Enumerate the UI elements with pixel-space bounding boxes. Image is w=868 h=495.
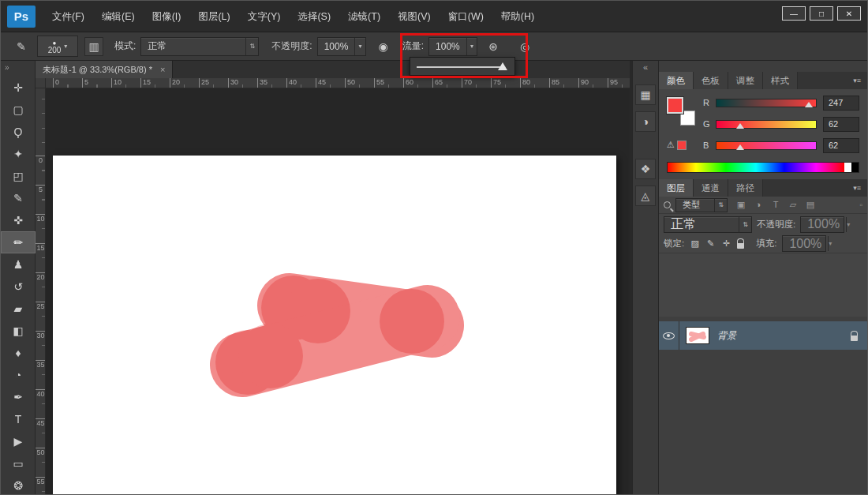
spectrum-ramp[interactable] [668, 163, 844, 172]
brush-tool[interactable]: ✏ [1, 231, 36, 253]
airbrush-icon[interactable]: ⊛ [484, 37, 503, 56]
blend-mode-select[interactable]: 正常 ⇅ [140, 37, 259, 56]
tab-paths[interactable]: 路径 [728, 179, 763, 197]
path-selection-tool[interactable]: ▶ [1, 430, 36, 452]
layer-filter-icons: ▣◑T▱▤ [735, 200, 816, 210]
lock-image-pixels-icon[interactable]: ✎ [705, 238, 716, 249]
panel-menu-icon[interactable]: ▾≡ [847, 179, 867, 197]
red-slider-thumb[interactable] [805, 102, 813, 107]
tab-close-icon[interactable]: × [160, 65, 165, 74]
blue-slider-thumb[interactable] [736, 144, 744, 150]
menu-item-view[interactable]: 视图(V) [389, 1, 440, 32]
toolbox-collapse-arrows-icon[interactable]: » [1, 61, 35, 77]
menu-item-image[interactable]: 图像(I) [144, 1, 190, 32]
tab-channels[interactable]: 通道 [694, 179, 728, 197]
dodge-tool[interactable]: ◔ [1, 364, 36, 386]
rectangle-tool[interactable]: ▭ [1, 452, 36, 474]
lock-position-icon[interactable]: ✛ [721, 238, 731, 249]
lock-transparent-pixels-icon[interactable]: ▨ [690, 238, 700, 249]
dock-icon-list: ▦◑❖◬ [635, 78, 656, 206]
menu-items: 文件(F)编辑(E)图像(I)图层(L)文字(Y)选择(S)滤镜(T)视图(V)… [43, 1, 543, 32]
healing-brush-tool[interactable]: ✜ [1, 209, 36, 231]
pen-tool[interactable]: ✒ [1, 386, 36, 408]
tab-color[interactable]: 颜色 [659, 72, 694, 89]
pressure-size-icon[interactable]: ◎ [515, 37, 534, 56]
history-brush-tool[interactable]: ↺ [1, 276, 36, 298]
pressure-opacity-icon[interactable]: ◉ [374, 37, 393, 56]
layer-filter-toggle[interactable]: ▫ [859, 201, 862, 209]
layer-filter-select[interactable]: 类型 ⇅ [675, 198, 728, 212]
lock-all-icon[interactable] [737, 243, 744, 249]
close-button[interactable]: ✕ [837, 6, 861, 21]
menu-item-filter[interactable]: 滤镜(T) [339, 1, 389, 32]
red-value-field[interactable]: 247 [823, 96, 859, 111]
dock-collapse-arrows-icon[interactable]: « [643, 61, 648, 78]
flow-select[interactable]: 100% ▾ [428, 37, 477, 56]
flow-slider-track[interactable] [417, 66, 502, 68]
layer-thumbnail[interactable] [686, 327, 709, 344]
menu-item-file[interactable]: 文件(F) [43, 1, 93, 32]
document-tab[interactable]: 未标题-1 @ 33.3%(RGB/8) * × [36, 61, 173, 78]
masks-panel-icon[interactable]: ◑ [635, 111, 656, 132]
gamut-warning-icon[interactable]: ⚠ [667, 140, 675, 150]
character-panel-icon[interactable]: ◬ [635, 186, 656, 206]
green-slider[interactable] [716, 120, 817, 129]
brush-preset-picker[interactable]: ● 200 ▾ [37, 36, 78, 57]
tab-layers[interactable]: 图层 [659, 179, 694, 197]
canvas[interactable] [53, 156, 616, 495]
move-tool[interactable]: ✛ [1, 77, 36, 99]
layer-row-background[interactable]: 背景 [659, 321, 867, 350]
gradient-tool[interactable]: ◧ [1, 320, 36, 342]
layer-lock-row: 锁定: ▨ ✎ ✛ 填充: 100% ▾ [659, 234, 867, 253]
filter-adjustment-layers-icon[interactable]: ◑ [753, 200, 764, 210]
gamut-color-swatch[interactable] [677, 141, 687, 150]
eraser-tool[interactable]: ▰ [1, 298, 36, 320]
opacity-select[interactable]: 100% ▾ [317, 37, 366, 56]
magic-wand-tool[interactable]: ✦ [1, 143, 36, 165]
tab-styles[interactable]: 样式 [763, 72, 798, 89]
blur-tool[interactable]: ♦ [1, 342, 36, 364]
layer-opacity-select[interactable]: 100% ▾ [800, 216, 844, 233]
menu-item-type[interactable]: 文字(Y) [239, 1, 290, 32]
minimize-button[interactable]: — [782, 6, 806, 21]
filter-smart-objects-icon[interactable]: ▤ [805, 200, 816, 210]
hand-tool[interactable]: ❂ [1, 474, 36, 495]
layer-blend-mode-select[interactable]: 正常 ⇅ [664, 216, 752, 233]
filter-pixel-layers-icon[interactable]: ▣ [735, 200, 746, 210]
chevron-down-icon: ▾ [846, 217, 850, 232]
rectangular-marquee-tool[interactable]: ▢ [1, 99, 36, 121]
blue-value-field[interactable]: 62 [823, 138, 859, 153]
blue-slider[interactable] [716, 141, 817, 150]
panel-menu-icon[interactable]: ▾≡ [847, 72, 867, 89]
spectrum-white-swatch[interactable] [844, 163, 851, 172]
eyedropper-tool[interactable]: ✎ [1, 187, 36, 209]
maximize-button[interactable]: □ [810, 6, 833, 21]
flow-slider-thumb[interactable] [498, 62, 507, 70]
tab-adjust[interactable]: 调整 [728, 72, 763, 89]
menu-item-window[interactable]: 窗口(W) [440, 1, 492, 32]
visibility-cell[interactable] [659, 321, 679, 350]
red-slider[interactable] [716, 99, 817, 107]
foreground-color-swatch[interactable] [667, 97, 683, 114]
menu-item-edit[interactable]: 编辑(E) [93, 1, 144, 32]
layer-fill-select[interactable]: 100% ▾ [782, 235, 826, 252]
toggle-brush-panel-button[interactable]: ▥ [84, 37, 103, 56]
menu-item-help[interactable]: 帮助(H) [492, 1, 543, 32]
flow-slider-popup [410, 57, 515, 76]
clone-stamp-tool[interactable]: ♟ [1, 253, 36, 276]
clone-source-panel-icon[interactable]: ❖ [635, 159, 656, 179]
document-tab-bar: 未标题-1 @ 33.3%(RGB/8) * × [36, 61, 630, 78]
adjustments-panel-icon[interactable]: ▦ [635, 84, 656, 105]
filter-shape-layers-icon[interactable]: ▱ [788, 200, 799, 210]
filter-type-layers-icon[interactable]: T [770, 200, 781, 210]
tab-swatches[interactable]: 色板 [694, 72, 728, 89]
spectrum-black-swatch[interactable] [851, 163, 859, 172]
type-tool[interactable]: T [1, 408, 36, 430]
gamut-warning: ⚠ [667, 140, 687, 150]
lasso-tool[interactable]: Ϙ [1, 121, 36, 143]
menu-item-layer[interactable]: 图层(L) [189, 1, 238, 32]
green-value-field[interactable]: 62 [823, 117, 859, 132]
crop-tool[interactable]: ◰ [1, 165, 36, 187]
menu-item-select[interactable]: 选择(S) [289, 1, 339, 32]
green-slider-thumb[interactable] [736, 123, 744, 129]
